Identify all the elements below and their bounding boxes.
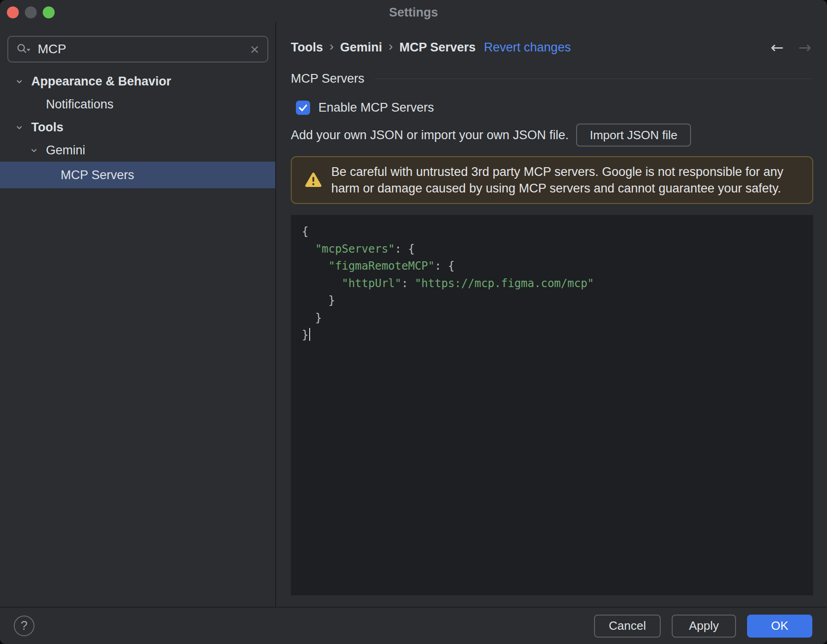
import-row: Add your own JSON or import your own JSO…	[291, 124, 813, 147]
text-caret	[309, 328, 310, 341]
warning-banner: Be careful with untrusted 3rd party MCP …	[291, 156, 813, 204]
clear-search-icon[interactable]: ×	[250, 41, 259, 57]
settings-tree: Appearance & Behavior Notifications Tool…	[0, 70, 275, 188]
forward-arrow-icon[interactable]: →	[799, 40, 812, 55]
breadcrumb: Tools › Gemini › MCP Servers Revert chan…	[291, 40, 813, 55]
sidebar-item-label: Appearance & Behavior	[31, 74, 171, 89]
minimize-window-button[interactable]	[25, 6, 37, 18]
cancel-button[interactable]: Cancel	[594, 615, 661, 638]
dialog-footer: ? Cancel Apply OK	[0, 607, 827, 644]
sidebar-item-tools[interactable]: Tools	[0, 116, 275, 139]
search-value: MCP	[38, 42, 250, 56]
json-editor[interactable]: { "mcpServers": { "figmaRemoteMCP": { "h…	[291, 215, 813, 595]
sidebar-item-mcp-servers-selected[interactable]: MCP Servers	[0, 162, 275, 188]
traffic-lights	[7, 6, 55, 18]
breadcrumb-item-gemini[interactable]: Gemini	[340, 40, 382, 55]
window-title: Settings	[389, 6, 438, 20]
import-json-file-button[interactable]: Import JSON file	[576, 124, 691, 147]
settings-sidebar: MCP × Appearance & Behavior Notification…	[0, 22, 276, 607]
sidebar-item-label: Tools	[31, 120, 63, 135]
section-divider	[374, 79, 813, 79]
zoom-window-button[interactable]	[43, 6, 55, 18]
section-header: MCP Servers	[291, 72, 813, 85]
sidebar-item-gemini[interactable]: Gemini	[0, 139, 275, 162]
warning-text: Be careful with untrusted 3rd party MCP …	[331, 164, 799, 197]
mcp-servers-panel: Tools › Gemini › MCP Servers Revert chan…	[276, 22, 827, 607]
sidebar-item-appearance-behavior[interactable]: Appearance & Behavior	[0, 70, 275, 93]
apply-button[interactable]: Apply	[672, 615, 736, 638]
breadcrumb-item-mcp-servers: MCP Servers	[399, 40, 476, 55]
sidebar-item-notifications[interactable]: Notifications	[0, 93, 275, 116]
chevron-down-icon[interactable]	[28, 145, 40, 156]
sidebar-item-label: Gemini	[46, 143, 85, 158]
import-hint-text: Add your own JSON or import your own JSO…	[291, 128, 569, 142]
breadcrumb-item-tools[interactable]: Tools	[291, 40, 323, 55]
enable-mcp-row: Enable MCP Servers	[291, 100, 813, 115]
revert-changes-link[interactable]: Revert changes	[484, 40, 571, 55]
ok-button[interactable]: OK	[747, 615, 812, 638]
settings-window: Settings MCP ×	[0, 0, 827, 644]
breadcrumb-separator-icon: ›	[329, 39, 334, 54]
enable-mcp-checkbox[interactable]	[296, 101, 310, 115]
enable-mcp-label[interactable]: Enable MCP Servers	[318, 101, 434, 115]
close-window-button[interactable]	[7, 6, 19, 18]
titlebar: Settings	[0, 0, 827, 22]
back-arrow-icon[interactable]: ←	[770, 40, 784, 55]
search-input[interactable]: MCP ×	[7, 36, 268, 62]
breadcrumb-separator-icon: ›	[389, 39, 393, 54]
search-icon[interactable]	[17, 43, 31, 55]
help-icon[interactable]: ?	[14, 616, 34, 636]
chevron-down-icon[interactable]	[14, 122, 25, 133]
sidebar-item-label: Notifications	[46, 97, 113, 112]
section-title: MCP Servers	[291, 72, 364, 86]
warning-icon	[305, 172, 322, 188]
chevron-down-icon[interactable]	[14, 76, 25, 87]
json-editor-code[interactable]: { "mcpServers": { "figmaRemoteMCP": { "h…	[302, 223, 802, 344]
sidebar-item-label: MCP Servers	[61, 168, 134, 182]
